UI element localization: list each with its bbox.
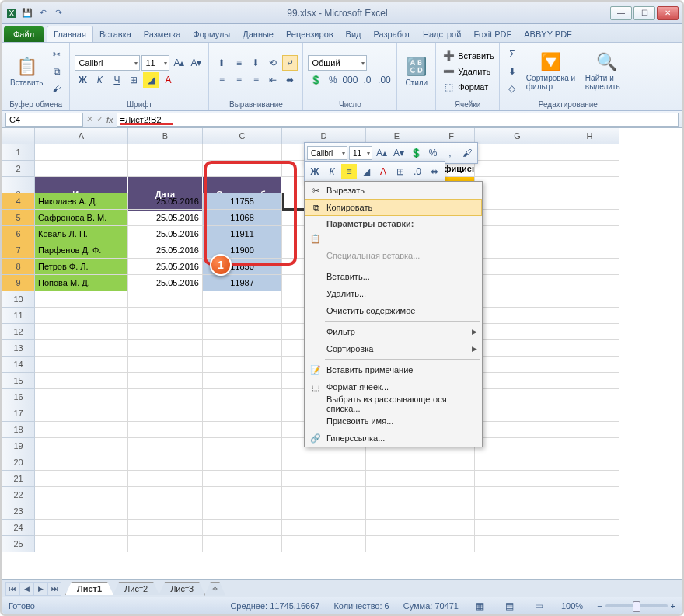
cell[interactable]: 13 (2, 340, 35, 357)
cell[interactable] (475, 471, 560, 487)
cell[interactable] (203, 422, 282, 438)
cell[interactable] (203, 308, 282, 324)
cell[interactable]: 25.05.2016 (128, 259, 203, 275)
maximize-button[interactable]: ☐ (633, 6, 655, 20)
format-cells-button[interactable]: ⬚Формат (441, 79, 494, 95)
cell[interactable]: 18 (2, 422, 35, 438)
cell[interactable]: H (560, 128, 619, 144)
cell[interactable] (475, 161, 560, 177)
cell[interactable] (560, 422, 619, 438)
cell[interactable] (203, 161, 282, 177)
cell[interactable] (560, 144, 619, 161)
mini-fill-icon[interactable]: ◢ (358, 164, 374, 179)
cell[interactable] (560, 471, 619, 487)
shrink-font-icon[interactable]: A▾ (188, 55, 204, 71)
cell[interactable]: 20 (2, 454, 35, 471)
cell[interactable] (475, 291, 560, 308)
wrap-text-icon[interactable]: ⤶ (282, 55, 298, 71)
new-sheet-button[interactable]: ✧ (204, 582, 225, 596)
mini-align-icon[interactable]: ≡ (341, 164, 357, 179)
cell[interactable] (366, 503, 428, 520)
cell[interactable] (560, 520, 619, 536)
cell[interactable] (475, 487, 560, 503)
cell[interactable]: 11911 (203, 226, 282, 242)
tab-developer[interactable]: Разработ (368, 26, 417, 42)
cell[interactable] (35, 357, 128, 373)
mini-painter-icon[interactable]: 🖌 (459, 145, 475, 161)
ctx-comment[interactable]: 📝Вставить примечание (305, 361, 482, 378)
cell[interactable] (366, 487, 428, 503)
cell[interactable] (2, 128, 35, 144)
cell[interactable] (35, 291, 128, 308)
cell[interactable] (203, 438, 282, 454)
cell[interactable]: 5 (2, 210, 35, 226)
cell[interactable]: Парфенов Д. Ф. (35, 242, 128, 259)
autosum-icon[interactable]: Σ (504, 47, 520, 62)
cell[interactable] (475, 210, 560, 226)
save-icon[interactable]: 💾 (21, 7, 33, 19)
cell[interactable] (128, 503, 203, 520)
cell[interactable] (203, 389, 282, 405)
cell[interactable] (35, 340, 128, 357)
cell[interactable] (560, 275, 619, 291)
cell[interactable] (35, 471, 128, 487)
cell[interactable] (128, 291, 203, 308)
sort-filter-button[interactable]: 🔽Сортировка и фильтр (523, 50, 579, 92)
cell[interactable] (128, 144, 203, 161)
cell[interactable] (475, 226, 560, 242)
cell[interactable] (203, 340, 282, 357)
cell[interactable]: 11987 (203, 275, 282, 291)
cell[interactable]: 25 (2, 536, 35, 552)
paste-button[interactable]: 📋Вставить (7, 55, 46, 89)
cell[interactable] (475, 405, 560, 422)
mini-grow-icon[interactable]: A▴ (374, 145, 389, 161)
cell[interactable] (282, 471, 366, 487)
cell[interactable] (35, 308, 128, 324)
cell[interactable] (475, 259, 560, 275)
ctx-insert[interactable]: Вставить... (305, 268, 482, 285)
mini-bold-icon[interactable]: Ж (307, 164, 323, 179)
cell[interactable] (128, 487, 203, 503)
cell[interactable] (203, 357, 282, 373)
cell[interactable] (560, 405, 619, 422)
cell[interactable]: 24 (2, 520, 35, 536)
align-left-icon[interactable]: ≡ (214, 72, 229, 88)
sheet-tab-2[interactable]: Лист2 (113, 582, 159, 595)
cell[interactable] (560, 373, 619, 389)
cell[interactable] (475, 503, 560, 520)
orientation-icon[interactable]: ⟲ (265, 55, 281, 71)
cell[interactable] (35, 144, 128, 161)
copy-icon[interactable]: ⧉ (49, 64, 65, 79)
styles-button[interactable]: 🔠Стили (402, 55, 431, 89)
cell[interactable]: 2 (2, 161, 35, 177)
cell[interactable] (35, 161, 128, 177)
undo-icon[interactable]: ↶ (37, 7, 49, 19)
cell[interactable] (475, 389, 560, 405)
mini-shrink-icon[interactable]: A▾ (391, 145, 407, 161)
cell[interactable] (35, 438, 128, 454)
zoom-in-icon[interactable]: + (671, 601, 675, 611)
cell[interactable] (282, 520, 366, 536)
cell[interactable] (35, 389, 128, 405)
redo-icon[interactable]: ↷ (52, 7, 65, 19)
cell[interactable] (128, 373, 203, 389)
cancel-formula-icon[interactable]: ✕ (86, 114, 93, 124)
cell[interactable]: Петров Ф. Л. (35, 259, 128, 275)
cell[interactable] (560, 324, 619, 340)
cell[interactable] (203, 144, 282, 161)
cell[interactable]: Сафронова В. М. (35, 210, 128, 226)
cell[interactable] (203, 503, 282, 520)
cell[interactable] (128, 422, 203, 438)
view-layout-icon[interactable]: ▤ (502, 598, 518, 614)
align-middle-icon[interactable]: ≡ (231, 55, 246, 71)
inc-decimal-icon[interactable]: .0 (359, 72, 375, 88)
enter-formula-icon[interactable]: ✓ (96, 114, 103, 124)
cell[interactable] (128, 340, 203, 357)
mini-italic-icon[interactable]: К (324, 164, 340, 179)
ctx-sort[interactable]: Сортировка▶ (305, 340, 482, 357)
cell[interactable]: 4 (2, 193, 35, 210)
cell[interactable] (475, 340, 560, 357)
tab-data[interactable]: Данные (236, 26, 280, 42)
cell[interactable] (35, 520, 128, 536)
cell[interactable]: G (475, 128, 560, 144)
